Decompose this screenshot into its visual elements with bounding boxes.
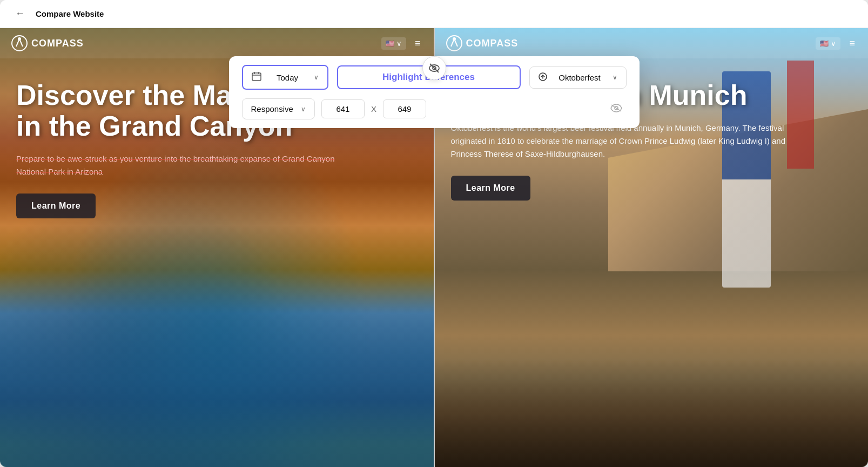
calendar-icon (252, 71, 261, 83)
right-flag-icon: 🇺🇸 (820, 39, 829, 48)
left-learn-more-button[interactable]: Learn More (16, 194, 96, 218)
left-nav-right: 🇺🇸 ∨ ≡ (381, 36, 423, 51)
right-logo-text: COMPASS (466, 38, 519, 49)
version-selector-button[interactable]: Oktoberfest ∨ (529, 66, 627, 89)
right-logo-icon (446, 35, 463, 52)
eye-slash-small-icon (610, 104, 622, 112)
svg-rect-7 (252, 73, 261, 81)
calendar-svg (252, 71, 261, 81)
right-logo: COMPASS (446, 35, 519, 52)
left-flag-icon: 🇺🇸 (386, 39, 394, 48)
left-panel-nav: COMPASS 🇺🇸 ∨ ≡ (0, 28, 434, 58)
right-nav-right: 🇺🇸 ∨ ≡ (816, 36, 857, 51)
title-bar: ← Compare Website (0, 0, 868, 28)
left-logo-icon (11, 35, 28, 52)
right-flag-chevron: ∨ (831, 39, 836, 48)
page-title: Compare Website (36, 9, 104, 18)
height-input[interactable] (383, 99, 426, 118)
responsive-text: Responsive (251, 104, 293, 114)
left-logo-text: COMPASS (31, 38, 84, 49)
version-selector-text: Oktoberfest (551, 73, 608, 82)
date-chevron-icon: ∨ (314, 74, 319, 81)
width-input[interactable] (321, 99, 365, 118)
left-flag-button[interactable]: 🇺🇸 ∨ (381, 37, 406, 50)
right-flag-button[interactable]: 🇺🇸 ∨ (816, 37, 840, 50)
up-arrow-icon (539, 72, 547, 83)
ok-crowd-layer (435, 359, 869, 467)
svg-point-1 (18, 37, 21, 41)
right-panel-nav: COMPASS 🇺🇸 ∨ ≡ (435, 28, 869, 58)
left-hero-subtitle-text: Prepare to be awe-struck as you venture … (16, 154, 335, 176)
toolbar-row-2: Responsive ∨ X (242, 98, 627, 119)
right-learn-more-button[interactable]: Learn More (451, 176, 530, 201)
left-hamburger-button[interactable]: ≡ (413, 36, 423, 51)
right-hamburger-button[interactable]: ≡ (847, 36, 857, 51)
responsive-selector-button[interactable]: Responsive ∨ (242, 98, 315, 119)
main-content: COMPASS 🇺🇸 ∨ ≡ Discover the Majestic Bea… (0, 28, 868, 467)
eye-slash-icon (428, 62, 440, 74)
date-selector-text: Today (266, 73, 309, 82)
left-hero-subtitle: Prepare to be awe-struck as you venture … (16, 152, 362, 178)
left-flag-chevron: ∨ (396, 39, 402, 48)
back-button[interactable]: ← (11, 6, 29, 22)
app-window: ← Compare Website CO (0, 0, 868, 467)
size-x-separator: X (371, 104, 376, 114)
center-toggle-button[interactable] (422, 56, 446, 80)
version-chevron-icon: ∨ (613, 74, 617, 81)
responsive-chevron-icon: ∨ (301, 105, 306, 113)
date-selector-button[interactable]: Today ∨ (242, 65, 328, 90)
version-arrow-svg (539, 72, 547, 81)
svg-point-3 (453, 37, 456, 41)
eye-slash-button[interactable] (606, 101, 627, 117)
left-logo: COMPASS (11, 35, 84, 52)
